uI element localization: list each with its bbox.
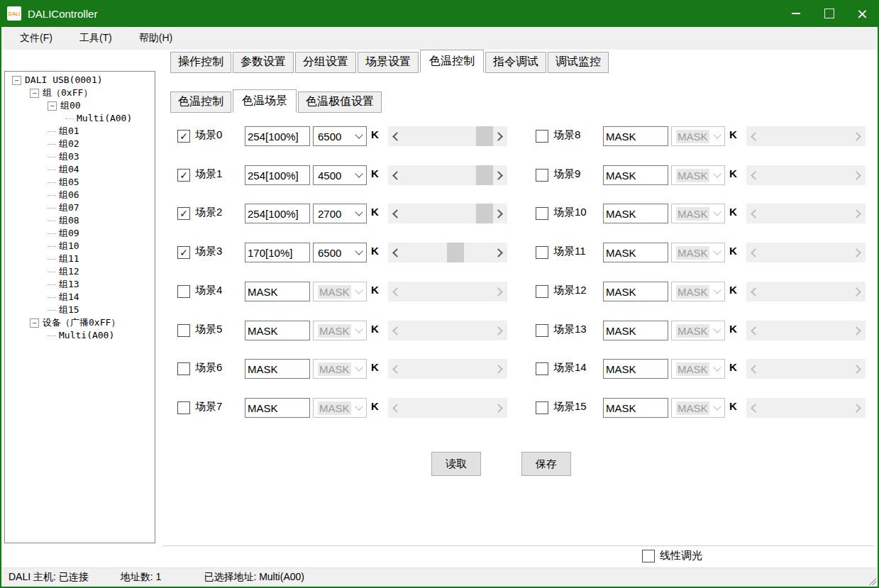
scene-temp-scrollbar[interactable] [388, 243, 507, 262]
scene-temp-scrollbar[interactable] [388, 282, 507, 301]
scene-checkbox[interactable]: ✓ [177, 207, 190, 220]
scrollbar-thumb[interactable] [476, 204, 493, 223]
scene-temp-scrollbar[interactable] [388, 204, 507, 223]
scroll-right-icon[interactable] [852, 326, 861, 335]
scroll-left-icon[interactable] [392, 132, 402, 141]
tab-main-4[interactable]: 色温控制 [420, 50, 484, 73]
resize-grip-icon[interactable] [868, 577, 876, 585]
menu-item[interactable]: 帮助(H) [129, 32, 182, 45]
scene-checkbox[interactable]: ✓ [536, 130, 548, 143]
tree-item[interactable]: 组11 [5, 253, 155, 265]
scene-temp-scrollbar[interactable] [746, 359, 866, 379]
scroll-left-icon[interactable] [751, 132, 760, 141]
scroll-right-icon[interactable] [852, 365, 861, 374]
scene-checkbox[interactable]: ✓ [177, 169, 190, 182]
scene-temp-scrollbar[interactable] [746, 398, 866, 418]
scene-temp-combo[interactable]: MASK [313, 282, 367, 301]
scene-level-input[interactable] [603, 243, 668, 262]
scroll-right-icon[interactable] [494, 365, 503, 374]
tree-item[interactable]: 组02 [5, 138, 155, 150]
scrollbar-thumb[interactable] [476, 165, 493, 185]
tree-item[interactable]: −设备（广播0xFF） [5, 316, 155, 329]
scroll-left-icon[interactable] [392, 326, 402, 335]
scroll-left-icon[interactable] [392, 209, 402, 218]
tab-sub-2[interactable]: 色温极值设置 [298, 91, 382, 113]
tab-main-0[interactable]: 操作控制 [170, 52, 231, 73]
menu-item[interactable]: 工具(T) [70, 32, 122, 45]
scene-temp-combo[interactable]: MASK [671, 398, 725, 418]
tree-item[interactable]: 组04 [5, 163, 155, 176]
scene-temp-combo[interactable]: MASK [313, 321, 367, 340]
scroll-left-icon[interactable] [751, 209, 760, 218]
scroll-left-icon[interactable] [751, 365, 760, 374]
tab-sub-0[interactable]: 色温控制 [170, 91, 231, 113]
scene-temp-scrollbar[interactable] [746, 321, 866, 340]
scene-level-input[interactable] [245, 398, 310, 418]
scene-level-input[interactable] [245, 165, 310, 185]
scene-temp-combo[interactable]: 6500 [313, 243, 367, 262]
scene-temp-combo[interactable]: 2700 [313, 204, 367, 223]
scroll-right-icon[interactable] [494, 326, 503, 335]
scene-checkbox[interactable]: ✓ [177, 362, 190, 375]
scene-temp-combo[interactable]: MASK [671, 126, 725, 146]
tree-item[interactable]: 组01 [5, 125, 155, 138]
read-button[interactable]: 读取 [431, 452, 481, 476]
scene-temp-scrollbar[interactable] [388, 359, 507, 379]
tree-item[interactable]: 组14 [5, 291, 155, 304]
scene-temp-combo[interactable]: MASK [671, 359, 725, 379]
scene-level-input[interactable] [603, 359, 668, 379]
scene-level-input[interactable] [603, 282, 668, 301]
scene-temp-combo[interactable]: MASK [671, 282, 725, 301]
scene-temp-scrollbar[interactable] [746, 282, 866, 301]
scroll-right-icon[interactable] [494, 287, 503, 296]
tab-main-1[interactable]: 参数设置 [233, 52, 294, 73]
scroll-right-icon[interactable] [494, 171, 503, 180]
scroll-left-icon[interactable] [751, 248, 760, 257]
device-tree[interactable]: −DALI USB(0001)−组（0xFF）−组00Multi(A00)组01… [4, 71, 155, 543]
tree-expander-icon[interactable]: − [30, 89, 39, 98]
scene-temp-scrollbar[interactable] [746, 204, 866, 223]
scene-checkbox[interactable]: ✓ [177, 324, 190, 337]
scene-temp-scrollbar[interactable] [388, 321, 507, 340]
tab-sub-1[interactable]: 色温场景 [233, 89, 297, 113]
scene-temp-scrollbar[interactable] [388, 398, 507, 418]
tab-main-3[interactable]: 场景设置 [358, 52, 419, 73]
scene-temp-scrollbar[interactable] [746, 243, 866, 262]
minimize-button[interactable] [779, 0, 812, 27]
scene-temp-combo[interactable]: MASK [313, 359, 367, 379]
close-button[interactable]: × [846, 0, 879, 27]
scene-checkbox[interactable]: ✓ [536, 401, 548, 414]
scroll-right-icon[interactable] [494, 132, 503, 141]
scene-temp-combo[interactable]: MASK [671, 243, 725, 262]
tree-item[interactable]: Multi(A00) [5, 329, 155, 342]
tree-expander-icon[interactable]: − [48, 101, 57, 111]
tree-item[interactable]: 组08 [5, 214, 155, 227]
scroll-left-icon[interactable] [751, 171, 760, 180]
scroll-left-icon[interactable] [751, 404, 760, 413]
scroll-left-icon[interactable] [392, 404, 402, 413]
scene-level-input[interactable] [603, 321, 668, 340]
scene-temp-combo[interactable]: MASK [671, 165, 725, 185]
scroll-right-icon[interactable] [494, 404, 503, 413]
save-button[interactable]: 保存 [521, 452, 571, 476]
scroll-left-icon[interactable] [392, 248, 402, 257]
tree-item[interactable]: 组12 [5, 265, 155, 278]
scrollbar-thumb[interactable] [447, 243, 464, 262]
scene-checkbox[interactable]: ✓ [177, 285, 190, 298]
scroll-left-icon[interactable] [392, 171, 402, 180]
scene-level-input[interactable] [245, 126, 310, 146]
scene-temp-combo[interactable]: MASK [671, 321, 725, 340]
tree-item[interactable]: 组07 [5, 201, 155, 214]
scene-level-input[interactable] [245, 321, 310, 340]
tab-main-5[interactable]: 指令调试 [485, 52, 546, 73]
scene-level-input[interactable] [603, 165, 668, 185]
scene-temp-combo[interactable]: 6500 [313, 126, 367, 146]
tree-expander-icon[interactable]: − [12, 76, 21, 85]
scene-level-input[interactable] [245, 204, 310, 223]
tree-item[interactable]: −组00 [5, 99, 155, 112]
tab-main-2[interactable]: 分组设置 [295, 52, 356, 73]
scroll-right-icon[interactable] [852, 171, 861, 180]
scene-checkbox[interactable]: ✓ [536, 285, 548, 298]
tree-item[interactable]: 组13 [5, 278, 155, 291]
scene-temp-scrollbar[interactable] [746, 126, 866, 146]
